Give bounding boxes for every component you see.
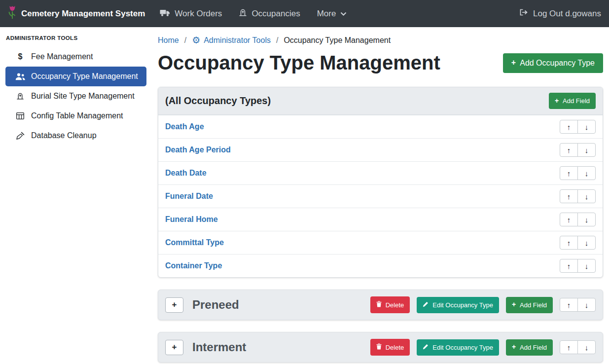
field-link-death-age-period[interactable]: Death Age Period [165,146,231,154]
sidebar-item-database-cleanup[interactable]: Database Cleanup [5,126,146,146]
move-down-button[interactable]: ↓ [577,259,596,273]
edit-occupancy-type-button[interactable]: Edit Occupancy Type [417,339,499,356]
logout-link[interactable]: Log Out d.gowans [519,8,601,19]
trash-icon [376,343,382,351]
add-field-button[interactable]: + Add Field [506,297,553,313]
delete-button[interactable]: Delete [370,296,410,313]
card-title: (All Occupancy Types) [165,95,271,107]
move-down-button[interactable]: ↓ [577,143,596,157]
main-content: Home / ⚙ Administrator Tools / Occupancy… [158,27,603,363]
logout-label: Log Out d.gowans [533,9,601,19]
sidebar-item-config-table-management[interactable]: Config Table Management [5,106,146,126]
pencil-icon [423,301,429,309]
section-title: Interment [192,340,363,354]
field-link-death-date[interactable]: Death Date [165,169,207,178]
breadcrumb-administrator-tools[interactable]: ⚙ Administrator Tools [192,36,271,45]
breadcrumb-separator: / [276,36,278,45]
reorder-button-group: ↑ ↓ [560,213,596,226]
field-link-funeral-date[interactable]: Funeral Date [165,192,213,201]
add-field-label: Add Field [563,97,590,105]
pencil-icon [423,344,429,351]
field-row: Container Type ↑ ↓ [158,254,603,277]
plus-icon: + [512,302,516,307]
top-navbar: Cemetery Management System Work Orders [0,0,609,27]
broom-icon [15,132,26,140]
reorder-button-group: ↑ ↓ [560,189,596,203]
nav-more[interactable]: More [317,9,347,19]
reorder-button-group: ↑ ↓ [560,236,596,250]
field-link-funeral-home[interactable]: Funeral Home [165,215,218,224]
add-field-button[interactable]: + Add Field [549,93,596,109]
move-down-button[interactable]: ↓ [577,213,596,226]
edit-occupancy-type-label: Edit Occupancy Type [432,301,493,309]
move-down-button[interactable]: ↓ [577,340,596,354]
field-row: Committal Type ↑ ↓ [158,231,603,254]
move-up-button[interactable]: ↑ [560,213,578,226]
add-field-button[interactable]: + Add Field [506,339,553,356]
chevron-down-icon [340,9,347,19]
field-row: Death Age Period ↑ ↓ [158,138,603,161]
move-down-button[interactable]: ↓ [577,166,596,180]
move-down-button[interactable]: ↓ [577,120,596,134]
truck-icon [160,8,170,19]
section-interment: + Interment Delete Edit Occupancy Type + [158,332,603,363]
breadcrumb-home[interactable]: Home [158,36,179,45]
move-down-button[interactable]: ↓ [577,189,596,203]
add-occupancy-type-label: Add Occupancy Type [520,59,595,68]
plus-icon: + [511,60,516,66]
field-row: Death Date ↑ ↓ [158,161,603,184]
move-up-button[interactable]: ↑ [560,166,578,180]
move-up-button[interactable]: ↑ [560,120,578,134]
field-row: Death Age ↑ ↓ [158,115,603,138]
nav-more-label: More [317,9,336,19]
sidebar-item-burial-site-type-management[interactable]: Burial Site Type Management [5,86,146,106]
trash-icon [376,301,382,309]
edit-occupancy-type-button[interactable]: Edit Occupancy Type [417,297,499,313]
expand-button[interactable]: + [165,297,183,313]
reorder-button-group: ↑ ↓ [560,298,596,312]
breadcrumb-current: Occupancy Type Management [284,36,391,45]
gear-icon: ⚙ [192,36,200,45]
sidebar-item-fee-management[interactable]: $ Fee Management [5,47,146,67]
nav-occupancies[interactable]: Occupancies [239,8,300,19]
reorder-button-group: ↑ ↓ [560,143,596,157]
move-up-button[interactable]: ↑ [560,259,578,273]
move-up-button[interactable]: ↑ [560,236,578,250]
field-link-container-type[interactable]: Container Type [165,261,222,270]
sidebar-item-label: Occupancy Type Management [31,72,138,81]
field-link-committal-type[interactable]: Committal Type [165,238,224,247]
move-down-button[interactable]: ↓ [577,236,596,250]
logout-icon [519,8,529,19]
move-up-button[interactable]: ↑ [560,298,578,312]
section-preneed: + Preneed Delete Edit Occupancy Type + [158,290,603,320]
page-title: Occupancy Type Management [158,52,440,74]
sidebar-item-label: Burial Site Type Management [31,92,135,101]
move-up-button[interactable]: ↑ [560,340,578,354]
tulip-icon [8,5,17,22]
section-title: Preneed [192,298,363,312]
sidebar: Administrator Tools $ Fee Management Occ… [0,27,152,364]
title-row: Occupancy Type Management + Add Occupanc… [158,52,603,74]
breadcrumb-admin-tools-label: Administrator Tools [204,36,271,45]
sidebar-item-label: Fee Management [31,52,93,61]
plus-icon: + [555,98,559,104]
sidebar-item-occupancy-type-management[interactable]: Occupancy Type Management [5,67,146,86]
expand-button[interactable]: + [165,340,183,355]
delete-button[interactable]: Delete [370,339,410,356]
delete-label: Delete [386,344,404,351]
reorder-button-group: ↑ ↓ [560,166,596,180]
move-up-button[interactable]: ↑ [560,189,578,203]
users-icon [15,73,26,80]
reorder-button-group: ↑ ↓ [560,259,596,273]
headstone-icon [15,92,26,100]
add-occupancy-type-button[interactable]: + Add Occupancy Type [503,53,603,73]
card-header: (All Occupancy Types) + Add Field [158,87,603,115]
move-up-button[interactable]: ↑ [560,143,578,157]
sidebar-item-label: Config Table Management [31,111,123,120]
app-brand-link[interactable]: Cemetery Management System [8,5,145,22]
move-down-button[interactable]: ↓ [577,298,596,312]
nav-work-orders[interactable]: Work Orders [160,8,222,19]
add-field-label: Add Field [520,301,547,309]
field-link-death-age[interactable]: Death Age [165,122,204,131]
nav-occupancies-label: Occupancies [251,9,300,19]
